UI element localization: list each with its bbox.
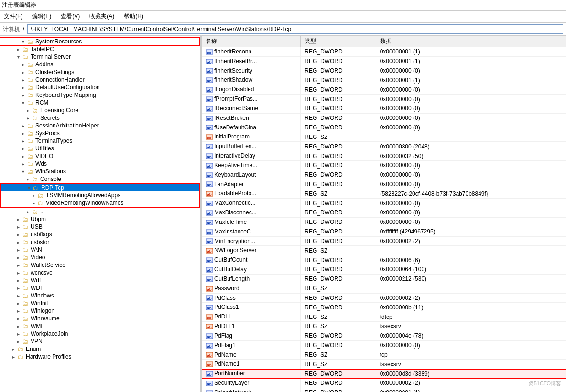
- table-row[interactable]: abfResetBrokenREG_DWORD0x00000000 (0): [202, 113, 566, 123]
- tree-toggle[interactable]: ▸: [14, 324, 22, 329]
- tree-item[interactable]: ▸🗂SysProcs: [0, 129, 200, 137]
- table-row[interactable]: abPdNameREG_SZtcp: [202, 350, 566, 360]
- tree-item[interactable]: ▸🗂Windows: [0, 292, 200, 299]
- tree-item[interactable]: ▸🗂Wdf: [0, 276, 200, 284]
- table-row[interactable]: abPdName1REG_SZtssecsrv: [202, 360, 566, 369]
- table-row[interactable]: abPdFlagREG_DWORD0x0000004e (78): [202, 331, 566, 340]
- table-row[interactable]: abfPromptForPas...REG_DWORD0x00000000 (0…: [202, 95, 566, 104]
- tree-toggle[interactable]: ▸: [19, 154, 27, 159]
- tree-toggle[interactable]: ▸: [30, 201, 37, 206]
- tree-toggle[interactable]: ▸: [14, 240, 22, 245]
- table-row[interactable]: abLoadableProto...REG_SZ{5828227c-20cf-4…: [202, 189, 566, 199]
- tree-item[interactable]: ▸🗂Winlogon: [0, 307, 200, 315]
- tree-item[interactable]: ▸🗂VideoRemotingWindowNames: [1, 199, 199, 207]
- tree-toggle[interactable]: ▸: [24, 116, 32, 121]
- tree-item[interactable]: ▸🗂Utilities: [0, 145, 200, 152]
- tree-toggle[interactable]: ▸: [24, 177, 32, 182]
- table-row[interactable]: abMaxDisconnec...REG_DWORD0x00000000 (0): [202, 208, 566, 218]
- tree-toggle[interactable]: ▸: [19, 131, 27, 136]
- table-row[interactable]: abfLogonDisabledREG_DWORD0x00000000 (0): [202, 85, 566, 95]
- tree-item[interactable]: ▸🗂Video: [0, 254, 200, 261]
- tree-toggle[interactable]: ▸: [10, 354, 17, 360]
- tree-item[interactable]: ▸🗂WDI: [0, 284, 200, 292]
- tree-toggle[interactable]: ▸: [19, 146, 27, 151]
- tree-item[interactable]: ▾🗂WinStations: [0, 168, 200, 175]
- table-row[interactable]: abSelectNetwork...REG_DWORD0x00000001 (1…: [202, 388, 566, 392]
- tree-item[interactable]: ▸🗂WalletService: [0, 261, 200, 269]
- tree-toggle[interactable]: ▾: [25, 185, 33, 191]
- tree-toggle[interactable]: ▸: [14, 224, 22, 230]
- tree-toggle[interactable]: ▸: [14, 47, 22, 52]
- tree-toggle[interactable]: ▸: [19, 62, 27, 67]
- table-row[interactable]: abSecurityLayerREG_DWORD0x00000002 (2): [202, 378, 566, 388]
- tree-toggle[interactable]: ▸: [14, 316, 22, 321]
- tree-item[interactable]: ▸🗂TSMMRemotingAllowedApps: [1, 191, 199, 199]
- tree-toggle[interactable]: ▸: [14, 278, 22, 283]
- table-row[interactable]: abLanAdapterREG_DWORD0x00000000 (0): [202, 180, 566, 189]
- tree-item[interactable]: ▸🗂ConnectionHandler: [0, 76, 200, 84]
- table-row[interactable]: abfInheritReconn...REG_DWORD0x00000001 (…: [202, 47, 566, 57]
- tree-toggle[interactable]: ▸: [14, 255, 22, 260]
- tree-item[interactable]: ▸🗂usbstor: [0, 238, 200, 246]
- table-row[interactable]: abOutBufDelayREG_DWORD0x00000064 (100): [202, 265, 566, 275]
- tree-item[interactable]: ▸🗂DefaultUserConfiguration: [0, 84, 200, 91]
- tree-toggle[interactable]: ▾: [14, 54, 22, 60]
- table-row[interactable]: abPortNumberREG_DWORD0x00000d3d (3389): [202, 369, 566, 379]
- tree-item[interactable]: ▸🗂WorkplaceJoin: [0, 330, 200, 338]
- tree-item[interactable]: ▸🗂Licensing Core: [0, 106, 200, 114]
- tree-item[interactable]: ▸🗂SessionArbitrationHelper: [0, 122, 200, 129]
- menu-item[interactable]: 文件(F): [2, 11, 24, 21]
- table-row[interactable]: abPdFlag1REG_DWORD0x00000000 (0): [202, 340, 566, 350]
- tree-item[interactable]: ▸🗂VAN: [0, 246, 200, 254]
- menu-item[interactable]: 查看(V): [59, 11, 82, 21]
- tree-item[interactable]: ▸🗂AddIns: [0, 61, 200, 68]
- tree-item[interactable]: ▾🗂RDP-Tcp: [1, 184, 199, 191]
- tree-item[interactable]: ▸🗂Secrets: [0, 114, 200, 122]
- tree-toggle[interactable]: ▸: [14, 293, 22, 298]
- tree-item[interactable]: ▸🗂Hardware Profiles: [0, 353, 200, 360]
- table-row[interactable]: abfInheritResetBr...REG_DWORD0x00000001 …: [202, 56, 566, 66]
- tree-item[interactable]: ▸🗂TabletPC: [0, 45, 200, 53]
- tree-item[interactable]: ▸🗂VIDEO: [0, 152, 200, 160]
- tree-item[interactable]: ▸🗂Console: [0, 175, 200, 183]
- table-row[interactable]: abMaxConnectio...REG_DWORD0x00000000 (0): [202, 199, 566, 208]
- tree-toggle[interactable]: ▸: [14, 247, 22, 253]
- menu-bar[interactable]: 文件(F)编辑(E)查看(V)收藏夹(A)帮助(H): [0, 11, 566, 23]
- table-row[interactable]: abNWLogonServerREG_SZ: [202, 246, 566, 255]
- table-row[interactable]: abPdClass1REG_DWORD0x0000000b (11): [202, 303, 566, 312]
- table-row[interactable]: abPdDLL1REG_SZtssecsrv: [202, 322, 566, 331]
- tree-toggle[interactable]: ▸: [14, 331, 22, 337]
- tree-toggle[interactable]: ▾: [19, 100, 27, 106]
- tree-toggle[interactable]: ▸: [19, 161, 27, 167]
- tree-toggle[interactable]: ▸: [19, 123, 27, 128]
- right-panel[interactable]: 名称类型数据abfInheritReconn...REG_DWORD0x0000…: [202, 36, 566, 392]
- tree-item[interactable]: ▸🗂WinInit: [0, 299, 200, 307]
- tree-item[interactable]: ▸🗂Winresume: [0, 315, 200, 322]
- table-row[interactable]: abOutBufCountREG_DWORD0x00000006 (6): [202, 255, 566, 265]
- tree-item[interactable]: ▾🗂SystemResources: [0, 38, 200, 45]
- tree-panel[interactable]: ▾🗂SystemResources▸🗂TabletPC▾🗂Terminal Se…: [0, 36, 201, 392]
- tree-item[interactable]: ▸🗂WMI: [0, 322, 200, 330]
- tree-toggle[interactable]: ▸: [24, 108, 32, 113]
- table-row[interactable]: abOutBufLengthREG_DWORD0x00000212 (530): [202, 274, 566, 284]
- tree-toggle[interactable]: ▸: [14, 286, 22, 291]
- tree-toggle[interactable]: ▸: [19, 77, 27, 83]
- tree-item[interactable]: ▸🗂ClusterSettings: [0, 68, 200, 76]
- tree-toggle[interactable]: ▸: [19, 70, 27, 75]
- tree-toggle[interactable]: ▸: [14, 339, 22, 344]
- tree-item[interactable]: ▸🗂wcncsvc: [0, 269, 200, 276]
- tree-item[interactable]: ▸🗂USB: [0, 223, 200, 231]
- table-row[interactable]: abInteractiveDelayREG_DWORD0x00000032 (5…: [202, 151, 566, 161]
- tree-toggle[interactable]: ▸: [14, 270, 22, 275]
- table-row[interactable]: abPdClassREG_DWORD0x00000002 (2): [202, 293, 566, 303]
- table-row[interactable]: abKeyboardLayoutREG_DWORD0x00000000 (0): [202, 170, 566, 180]
- tree-toggle[interactable]: ▸: [14, 301, 22, 306]
- table-row[interactable]: abMaxInstanceC...REG_DWORD0xffffffff (42…: [202, 227, 566, 236]
- tree-toggle[interactable]: ▸: [10, 347, 17, 352]
- table-row[interactable]: abInputBufferLen...REG_DWORD0x00000800 (…: [202, 142, 566, 151]
- tree-item[interactable]: ▸🗂usbflags: [0, 231, 200, 238]
- table-row[interactable]: abfInheritSecurityREG_DWORD0x00000000 (0…: [202, 66, 566, 75]
- tree-item[interactable]: ▸🗂Ubpm: [0, 215, 200, 223]
- tree-toggle[interactable]: ▾: [19, 39, 27, 44]
- tree-toggle[interactable]: ▸: [14, 308, 22, 314]
